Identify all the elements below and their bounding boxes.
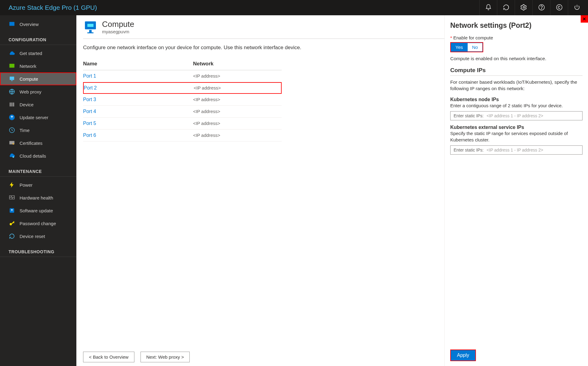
enabled-status-text: Compute is enabled on this network inter… <box>450 55 583 62</box>
table-header: Name Network <box>83 58 282 70</box>
table-row[interactable]: Port 4 <IP address> <box>83 106 282 118</box>
power-button[interactable] <box>568 0 586 15</box>
sidebar-item-get-started[interactable]: Get started <box>0 47 76 60</box>
svg-rect-21 <box>87 24 93 27</box>
port-link[interactable]: Port 5 <box>83 121 193 126</box>
svg-point-19 <box>10 223 12 225</box>
sidebar-item-power[interactable]: Power <box>0 178 76 191</box>
port-network: <IP address> <box>193 121 282 126</box>
sidebar-item-network[interactable]: Network <box>0 60 76 72</box>
cloud-details-icon <box>9 152 15 159</box>
svg-rect-7 <box>11 80 13 81</box>
toggle-no-button[interactable]: No <box>467 43 482 52</box>
key-icon <box>9 220 15 227</box>
port-network: <IP address> <box>193 73 282 79</box>
sidebar-label: Software update <box>20 208 53 213</box>
page-title: Compute <box>102 20 134 29</box>
apply-button[interactable]: Apply <box>450 350 476 361</box>
network-icon <box>9 63 15 69</box>
device-icon <box>9 101 15 108</box>
compute-icon <box>9 75 15 82</box>
sidebar-section-configuration: CONFIGURATION <box>0 31 76 45</box>
sidebar-label: Network <box>20 64 36 69</box>
close-button[interactable]: ✕ <box>581 15 588 23</box>
sidebar-label: Device <box>20 102 34 107</box>
sidebar-label: Get started <box>20 51 42 56</box>
port-link[interactable]: Port 2 <box>84 85 194 91</box>
svg-rect-4 <box>9 22 15 26</box>
sidebar-item-password-change[interactable]: Password change <box>0 217 76 230</box>
svg-rect-23 <box>87 32 93 33</box>
svg-point-3 <box>556 4 562 10</box>
next-button[interactable]: Next: Web proxy > <box>141 352 190 362</box>
port-link[interactable]: Port 3 <box>83 97 193 102</box>
sidebar-item-update-server[interactable]: Update server <box>0 111 76 124</box>
compute-ips-heading: Compute IPs <box>450 67 583 76</box>
svg-rect-5 <box>9 64 15 68</box>
sidebar-label: Update server <box>20 115 48 120</box>
sidebar-label: Power <box>20 182 33 188</box>
sidebar-label: Compute <box>20 76 38 82</box>
lightning-icon <box>9 181 15 188</box>
content-header: Compute myasegpuvm <box>83 20 444 39</box>
back-button[interactable]: < Back to Overview <box>83 352 134 362</box>
sidebar-item-time[interactable]: Time <box>0 124 76 137</box>
svg-rect-22 <box>89 30 92 32</box>
sidebar-item-cloud-details[interactable]: Cloud details <box>0 149 76 162</box>
toggle-yes-button[interactable]: Yes <box>451 43 467 52</box>
bell-icon <box>485 4 492 12</box>
cloud-icon <box>9 50 15 57</box>
svg-point-0 <box>523 6 525 8</box>
refresh-button[interactable] <box>497 0 515 15</box>
enable-compute-toggle[interactable]: Yes No <box>450 42 483 52</box>
settings-panel: ✕ Network settings (Port2) * Enable for … <box>444 15 588 366</box>
input-prefix-label: Enter static IPs: <box>454 148 484 152</box>
globe-icon <box>9 88 15 95</box>
port-link[interactable]: Port 4 <box>83 109 193 114</box>
port-network: <IP address> <box>194 85 281 90</box>
k8s-external-ips-heading: Kubernetes external service IPs <box>450 125 583 130</box>
table-row[interactable]: Port 1 <IP address> <box>83 70 282 82</box>
sidebar-item-hardware-health[interactable]: Hardware health <box>0 191 76 204</box>
sidebar-label: Cloud details <box>20 153 46 159</box>
health-icon <box>9 194 15 201</box>
input-placeholder: <IP address 1 - IP address 2> <box>487 113 543 118</box>
port-link[interactable]: Port 6 <box>83 133 193 138</box>
svg-point-16 <box>13 156 14 158</box>
k8s-external-ips-description: Specify the static IP range for services… <box>450 130 583 143</box>
sidebar-item-device-reset[interactable]: Device reset <box>0 230 76 243</box>
port-link[interactable]: Port 1 <box>83 73 193 79</box>
notifications-button[interactable] <box>479 0 497 15</box>
sidebar-label: Certificates <box>20 141 42 146</box>
k8s-external-ips-input[interactable]: Enter static IPs: <IP address 1 - IP add… <box>450 145 583 155</box>
table-row[interactable]: Port 5 <IP address> <box>83 118 282 130</box>
sidebar-label: Overview <box>20 22 39 27</box>
settings-button[interactable] <box>515 0 532 15</box>
sidebar-item-device[interactable]: Device <box>0 98 76 111</box>
sidebar-item-web-proxy[interactable]: Web proxy <box>0 85 76 98</box>
panel-title: Network settings (Port2) <box>450 21 583 30</box>
copyright-button[interactable] <box>550 0 568 15</box>
table-row[interactable]: Port 3 <IP address> <box>83 94 282 106</box>
svg-rect-10 <box>11 103 13 107</box>
refresh-icon <box>503 4 509 12</box>
table-row[interactable]: Port 6 <IP address> <box>83 130 282 141</box>
sidebar-item-certificates[interactable]: Certificates <box>0 137 76 149</box>
update-icon <box>9 207 15 214</box>
help-button[interactable] <box>532 0 550 15</box>
ports-table: Name Network Port 1 <IP address> Port 2 … <box>83 58 282 141</box>
sidebar-label: Time <box>20 128 30 133</box>
sidebar-label: Hardware health <box>20 195 53 200</box>
sidebar-item-compute[interactable]: Compute <box>0 72 76 85</box>
column-header-network: Network <box>193 61 282 67</box>
content-area: Compute myasegpuvm Configure one network… <box>76 15 444 366</box>
sidebar-item-software-update[interactable]: Software update <box>0 204 76 217</box>
table-row[interactable]: Port 2 <IP address> <box>83 82 282 94</box>
sidebar-item-overview[interactable]: Overview <box>0 18 76 31</box>
port-network: <IP address> <box>193 133 282 138</box>
page-description: Configure one network interface on your … <box>83 44 349 52</box>
sidebar-section-troubleshooting: TROUBLESHOOTING <box>0 243 76 257</box>
svg-point-15 <box>13 143 14 145</box>
k8s-node-ips-description: Enter a contiguous range of 2 static IPs… <box>450 102 583 109</box>
k8s-node-ips-input[interactable]: Enter static IPs: <IP address 1 - IP add… <box>450 111 583 120</box>
